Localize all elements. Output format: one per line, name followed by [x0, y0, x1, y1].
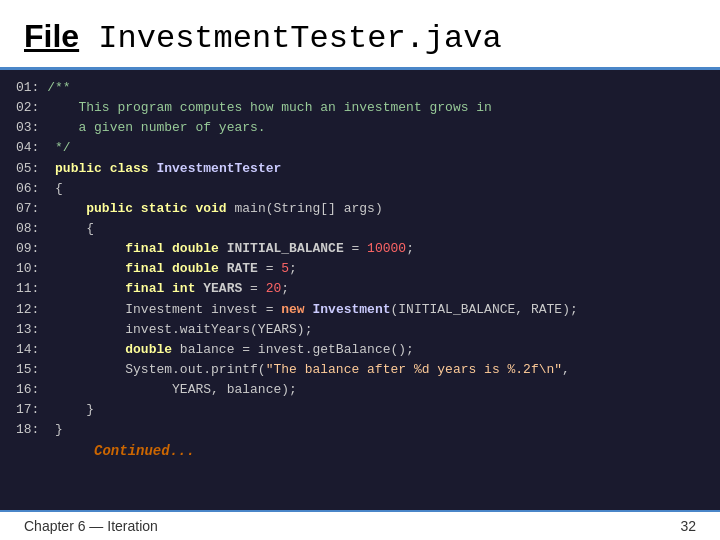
line-content-08: { — [47, 219, 94, 239]
line-num-08: 08: — [16, 219, 47, 239]
line-content-15: System.out.printf("The balance after %d … — [47, 360, 570, 380]
line-content-09: final double INITIAL_BALANCE = 10000; — [47, 239, 414, 259]
code-line-08: 08: { — [16, 219, 704, 239]
line-num-12: 12: — [16, 300, 47, 320]
line-content-13: invest.waitYears(YEARS); — [47, 320, 312, 340]
line-content-01: /** — [47, 78, 70, 98]
line-content-05: public class InvestmentTester — [47, 159, 281, 179]
line-content-16: YEARS, balance); — [47, 380, 297, 400]
code-line-07: 07: public static void main(String[] arg… — [16, 199, 704, 219]
code-line-14: 14: double balance = invest.getBalance()… — [16, 340, 704, 360]
line-num-15: 15: — [16, 360, 47, 380]
footer-bar: Chapter 6 — Iteration 32 — [0, 510, 720, 540]
code-line-16: 16: YEARS, balance); — [16, 380, 704, 400]
line-content-12: Investment invest = new Investment(INITI… — [47, 300, 578, 320]
line-num-09: 09: — [16, 239, 47, 259]
code-line-01: 01: /** — [16, 78, 704, 98]
line-num-16: 16: — [16, 380, 47, 400]
footer-page: 32 — [680, 518, 696, 534]
line-num-06: 06: — [16, 179, 47, 199]
code-line-04: 04: */ — [16, 138, 704, 158]
title-underline: File — [24, 18, 79, 54]
line-num-17: 17: — [16, 400, 47, 420]
title-bar: File InvestmentTester.java — [0, 0, 720, 70]
line-content-17: } — [47, 400, 94, 420]
code-line-11: 11: final int YEARS = 20; — [16, 279, 704, 299]
line-num-11: 11: — [16, 279, 47, 299]
line-content-18: } Continued... — [47, 420, 199, 480]
line-content-11: final int YEARS = 20; — [47, 279, 289, 299]
line-num-13: 13: — [16, 320, 47, 340]
line-num-04: 04: — [16, 138, 47, 158]
line-content-04: */ — [47, 138, 70, 158]
line-num-10: 10: — [16, 259, 47, 279]
code-line-18: 18: } Continued... — [16, 420, 704, 480]
code-line-03: 03: a given number of years. — [16, 118, 704, 138]
code-line-15: 15: System.out.printf("The balance after… — [16, 360, 704, 380]
code-line-06: 06: { — [16, 179, 704, 199]
slide-container: File InvestmentTester.java 01: /** 02: T… — [0, 0, 720, 540]
footer-chapter: Chapter 6 — Iteration — [24, 518, 158, 534]
code-line-02: 02: This program computes how much an in… — [16, 98, 704, 118]
line-num-02: 02: — [16, 98, 47, 118]
line-num-01: 01: — [16, 78, 47, 98]
line-content-02: This program computes how much an invest… — [47, 98, 492, 118]
title-mono: InvestmentTester.java — [79, 20, 501, 57]
code-line-13: 13: invest.waitYears(YEARS); — [16, 320, 704, 340]
code-line-05: 05: public class InvestmentTester — [16, 159, 704, 179]
slide-title: File InvestmentTester.java — [24, 18, 696, 57]
code-area: 01: /** 02: This program computes how mu… — [0, 70, 720, 510]
line-content-14: double balance = invest.getBalance(); — [47, 340, 414, 360]
code-line-09: 09: final double INITIAL_BALANCE = 10000… — [16, 239, 704, 259]
line-content-10: final double RATE = 5; — [47, 259, 297, 279]
line-content-07: public static void main(String[] args) — [47, 199, 382, 219]
continued-label: Continued... — [94, 441, 199, 463]
code-line-10: 10: final double RATE = 5; — [16, 259, 704, 279]
line-num-07: 07: — [16, 199, 47, 219]
code-line-17: 17: } — [16, 400, 704, 420]
line-num-18: 18: — [16, 420, 47, 480]
line-content-06: { — [47, 179, 63, 199]
code-line-12: 12: Investment invest = new Investment(I… — [16, 300, 704, 320]
line-content-03: a given number of years. — [47, 118, 265, 138]
line-num-14: 14: — [16, 340, 47, 360]
line-num-05: 05: — [16, 159, 47, 179]
line-num-03: 03: — [16, 118, 47, 138]
